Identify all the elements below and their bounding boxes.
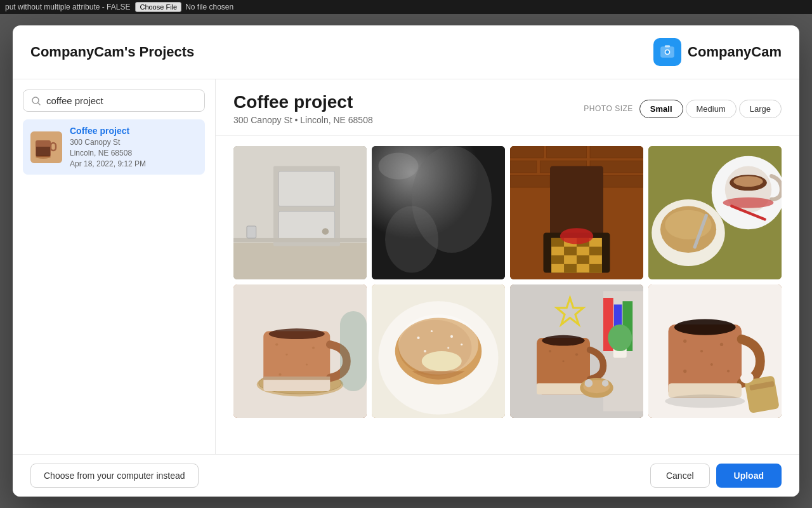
brand-logo: CompanyCam <box>653 38 782 66</box>
svg-point-22 <box>385 206 438 273</box>
modal-body: Coffee project 300 Canopy St Lincoln, NE… <box>13 79 799 454</box>
svg-point-92 <box>562 360 564 362</box>
main-content: Coffee project 300 Canopy St • Lincoln, … <box>216 79 799 454</box>
svg-point-23 <box>379 153 419 180</box>
project-date: Apr 18, 2022, 9:12 PM <box>70 159 146 168</box>
svg-rect-3 <box>665 45 671 47</box>
content-subtitle: 300 Canopy St • Lincoln, NE 68508 <box>233 115 373 125</box>
svg-point-91 <box>549 350 551 352</box>
photo-item-3[interactable] <box>510 146 643 279</box>
svg-point-61 <box>275 343 278 345</box>
footer-actions: Cancel Upload <box>650 464 782 488</box>
photo-size-section: PHOTO SIZE Small Medium Large <box>584 100 782 118</box>
svg-rect-40 <box>589 247 602 256</box>
svg-point-104 <box>720 343 723 346</box>
content-title: Coffee project <box>233 92 373 112</box>
photo-grid <box>233 146 782 418</box>
search-box <box>23 90 205 112</box>
size-small-button[interactable]: Small <box>639 100 683 118</box>
svg-point-102 <box>683 340 686 343</box>
svg-point-79 <box>461 344 462 345</box>
photo-item-6[interactable] <box>372 284 505 418</box>
svg-point-75 <box>422 351 462 371</box>
project-name: Coffee project <box>70 126 146 136</box>
photo-item-1[interactable] <box>233 146 367 279</box>
cancel-button[interactable]: Cancel <box>650 464 710 488</box>
svg-point-65 <box>278 373 281 376</box>
content-header: Coffee project 300 Canopy St • Lincoln, … <box>216 79 799 136</box>
svg-rect-19 <box>247 226 256 238</box>
svg-point-105 <box>710 363 713 366</box>
svg-rect-42 <box>577 255 589 264</box>
svg-point-76 <box>417 337 419 339</box>
svg-rect-44 <box>589 264 602 273</box>
svg-point-64 <box>306 363 308 365</box>
svg-rect-15 <box>278 171 334 206</box>
svg-point-81 <box>447 347 449 349</box>
choose-file-button[interactable]: Choose File <box>135 2 181 12</box>
photo-item-4[interactable] <box>648 146 782 279</box>
svg-rect-18 <box>233 238 367 242</box>
svg-point-78 <box>450 335 453 338</box>
svg-point-98 <box>585 379 593 387</box>
sidebar: Coffee project 300 Canopy St Lincoln, NE… <box>13 79 216 454</box>
svg-point-2 <box>665 50 669 53</box>
photo-item-2[interactable] <box>372 146 505 279</box>
photo-item-8[interactable] <box>648 284 782 418</box>
size-large-button[interactable]: Large <box>739 100 782 118</box>
photo-size-label: PHOTO SIZE <box>584 104 632 113</box>
modal-header: CompanyCam's Projects CompanyCam <box>13 25 799 79</box>
svg-point-68 <box>269 328 325 339</box>
svg-point-106 <box>683 370 686 373</box>
svg-rect-25 <box>510 146 544 158</box>
svg-rect-39 <box>564 247 577 256</box>
modal: CompanyCam's Projects CompanyCam <box>13 25 799 497</box>
project-city: Lincoln, NE 68508 <box>70 149 146 157</box>
svg-point-94 <box>542 335 584 346</box>
search-icon <box>31 96 41 106</box>
svg-rect-10 <box>36 147 50 156</box>
modal-footer: Choose from your computer instead Cancel… <box>13 454 799 497</box>
no-file-text: No file chosen <box>185 3 233 11</box>
browser-bar: put without multiple attribute - FALSE C… <box>0 0 812 14</box>
svg-point-88 <box>608 324 632 351</box>
svg-point-80 <box>424 350 426 352</box>
photo-item-5[interactable] <box>233 284 367 418</box>
photo-item-7[interactable] <box>510 284 643 418</box>
svg-rect-26 <box>547 146 587 158</box>
svg-rect-66 <box>263 378 330 391</box>
project-address: 300 Canopy St <box>70 138 146 147</box>
photo-grid-container <box>216 136 799 454</box>
svg-rect-69 <box>340 311 367 391</box>
svg-point-108 <box>674 319 736 335</box>
svg-point-63 <box>312 347 315 349</box>
svg-point-17 <box>322 228 329 235</box>
svg-point-107 <box>727 370 730 372</box>
size-medium-button[interactable]: Medium <box>686 100 737 118</box>
brand-name: CompanyCam <box>688 44 782 60</box>
svg-rect-41 <box>551 255 564 264</box>
svg-point-103 <box>700 350 703 352</box>
project-list-item[interactable]: Coffee project 300 Canopy St Lincoln, NE… <box>23 119 205 175</box>
svg-rect-31 <box>510 175 550 187</box>
project-thumbnail <box>30 131 62 163</box>
svg-point-77 <box>431 330 433 332</box>
svg-rect-16 <box>278 211 334 241</box>
file-input-bar: Choose File No file chosen <box>135 2 233 12</box>
choose-computer-button[interactable]: Choose from your computer instead <box>30 464 199 488</box>
company-cam-icon <box>653 38 681 66</box>
svg-point-93 <box>575 353 578 356</box>
svg-rect-27 <box>590 146 643 158</box>
svg-point-99 <box>602 380 609 387</box>
size-options: Small Medium Large <box>639 100 782 118</box>
svg-point-62 <box>285 354 287 356</box>
svg-rect-28 <box>510 161 537 173</box>
svg-point-45 <box>560 228 594 244</box>
search-input[interactable] <box>46 95 197 106</box>
project-info: Coffee project 300 Canopy St Lincoln, NE… <box>70 126 146 168</box>
svg-rect-43 <box>564 264 577 273</box>
browser-bar-text: put without multiple attribute - FALSE <box>5 3 130 11</box>
content-title-group: Coffee project 300 Canopy St • Lincoln, … <box>233 92 373 125</box>
svg-rect-67 <box>263 377 330 380</box>
upload-button[interactable]: Upload <box>716 464 782 488</box>
